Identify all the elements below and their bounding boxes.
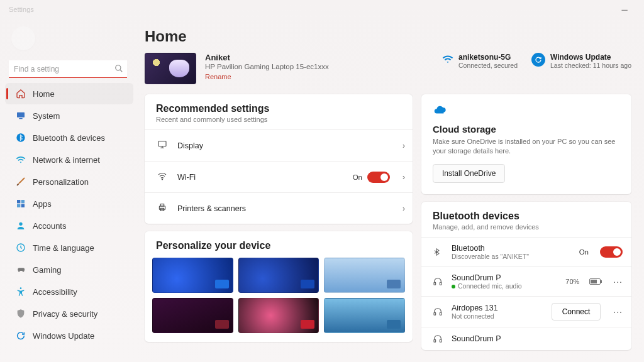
bt-device-airdopes[interactable]: Airdopes 131 Not connected Connect ··· bbox=[421, 296, 631, 327]
brush-icon bbox=[15, 176, 26, 187]
svg-point-13 bbox=[162, 179, 162, 180]
account-header[interactable] bbox=[5, 21, 133, 58]
bluetooth-toggle[interactable] bbox=[600, 246, 623, 258]
bluetooth-icon bbox=[433, 246, 444, 258]
svg-rect-6 bbox=[21, 200, 25, 203]
gamepad-icon bbox=[15, 264, 26, 275]
bt-sub: Connected mic, audio bbox=[458, 282, 522, 290]
item-label: Printers & scanners bbox=[177, 204, 390, 213]
bluetooth-master[interactable]: Bluetooth Discoverable as "ANIKET" On bbox=[421, 237, 631, 266]
minimize-button[interactable]: ─ bbox=[610, 0, 639, 19]
device-name: Aniket bbox=[205, 53, 433, 63]
nav-personalization[interactable]: Personalization bbox=[5, 171, 133, 192]
update-icon bbox=[15, 330, 26, 341]
toggle-state: On bbox=[579, 248, 589, 256]
theme-option[interactable] bbox=[324, 298, 405, 333]
cloud-desc: Make sure OneDrive is installed on your … bbox=[433, 137, 620, 156]
update-name: Windows Update bbox=[550, 53, 631, 62]
bt-name: Bluetooth bbox=[452, 244, 572, 253]
nav-label: Network & internet bbox=[33, 155, 100, 165]
theme-option[interactable] bbox=[238, 298, 319, 333]
titlebar: Settings ─ bbox=[0, 0, 644, 19]
svg-rect-17 bbox=[434, 282, 436, 285]
bt-name: Airdopes 131 bbox=[452, 304, 544, 312]
home-icon bbox=[15, 88, 26, 99]
install-onedrive-button[interactable]: Install OneDrive bbox=[433, 164, 505, 183]
card-cloud: Cloud storage Make sure OneDrive is inst… bbox=[421, 94, 631, 194]
wifi-sub: Connected, secured bbox=[458, 62, 518, 69]
chevron-right-icon: › bbox=[402, 141, 405, 150]
wifi-icon bbox=[15, 154, 26, 165]
titlebar-left: Settings bbox=[5, 6, 34, 13]
wifi-name: aniketsonu-5G bbox=[458, 53, 518, 62]
search-input[interactable] bbox=[9, 60, 127, 78]
nav-label: Home bbox=[33, 89, 55, 99]
shield-icon bbox=[15, 308, 26, 319]
nav-label: Gaming bbox=[33, 265, 62, 275]
connect-button[interactable]: Connect bbox=[552, 303, 601, 321]
nav-accessibility[interactable]: Accessibility bbox=[5, 281, 133, 302]
clock-icon bbox=[15, 242, 26, 253]
theme-option[interactable] bbox=[324, 258, 405, 293]
nav-apps[interactable]: Apps bbox=[5, 193, 133, 214]
wifi-icon bbox=[442, 53, 453, 69]
nav-network[interactable]: Network & internet bbox=[5, 149, 133, 170]
svg-rect-5 bbox=[17, 200, 20, 203]
nav-gaming[interactable]: Gaming bbox=[5, 259, 133, 280]
wifi-toggle[interactable] bbox=[367, 172, 390, 183]
toggle-state: On bbox=[353, 173, 362, 181]
nav-label: Personalization bbox=[33, 177, 89, 187]
nav-label: Accounts bbox=[33, 221, 66, 231]
nav-accounts[interactable]: Accounts bbox=[5, 215, 133, 236]
bt-device-sounddrum[interactable]: SoundDrum P Connected mic, audio 70% ··· bbox=[421, 266, 631, 296]
nav-label: Time & language bbox=[33, 243, 94, 253]
device-model: HP Pavilion Gaming Laptop 15-ec1xxx bbox=[205, 63, 433, 70]
theme-option[interactable] bbox=[238, 258, 319, 293]
rename-link[interactable]: Rename bbox=[205, 73, 231, 80]
nav-label: Bluetooth & devices bbox=[33, 133, 105, 143]
item-label: Display bbox=[177, 141, 390, 150]
more-icon[interactable]: ··· bbox=[613, 307, 623, 317]
nav-home[interactable]: Home bbox=[5, 83, 133, 104]
device-info: Aniket HP Pavilion Gaming Laptop 15-ec1x… bbox=[205, 53, 433, 82]
person-icon bbox=[15, 220, 26, 231]
device-thumbnail[interactable] bbox=[145, 53, 196, 84]
nav-label: System bbox=[33, 111, 60, 121]
item-label: Wi-Fi bbox=[177, 173, 344, 182]
more-icon[interactable]: ··· bbox=[613, 277, 623, 287]
battery-percent: 70% bbox=[565, 278, 579, 285]
nav-label: Windows Update bbox=[33, 331, 94, 341]
svg-point-0 bbox=[116, 65, 121, 70]
nav-update[interactable]: Windows Update bbox=[5, 325, 133, 346]
cloud-icon bbox=[433, 107, 447, 119]
item-printers[interactable]: Printers & scanners › bbox=[145, 192, 413, 224]
svg-rect-20 bbox=[440, 312, 441, 315]
nav-label: Privacy & security bbox=[33, 309, 97, 319]
svg-rect-12 bbox=[158, 141, 166, 146]
svg-rect-2 bbox=[17, 112, 25, 118]
wifi-status[interactable]: aniketsonu-5G Connected, secured bbox=[442, 53, 518, 69]
app-label: Settings bbox=[9, 6, 34, 13]
nav-privacy[interactable]: Privacy & security bbox=[5, 303, 133, 324]
headphones-icon bbox=[433, 334, 444, 344]
svg-rect-14 bbox=[159, 206, 165, 209]
apps-icon bbox=[15, 198, 26, 209]
card-bluetooth: Bluetooth devices Manage, add, and remov… bbox=[421, 202, 631, 350]
battery-icon bbox=[589, 278, 601, 285]
item-display[interactable]: Display › bbox=[145, 129, 413, 161]
nav-bluetooth[interactable]: Bluetooth & devices bbox=[5, 127, 133, 148]
avatar bbox=[11, 26, 35, 50]
nav-system[interactable]: System bbox=[5, 105, 133, 126]
recommended-sub: Recent and commonly used settings bbox=[156, 116, 401, 123]
wifi-icon bbox=[156, 171, 169, 183]
bt-device-sounddrum-2[interactable]: SoundDrum P bbox=[421, 327, 631, 350]
svg-rect-21 bbox=[434, 339, 436, 342]
sidebar: Home System Bluetooth & devices Network … bbox=[0, 19, 133, 362]
item-wifi[interactable]: Wi-Fi On › bbox=[145, 161, 413, 192]
search-icon bbox=[114, 64, 123, 75]
nav-time[interactable]: Time & language bbox=[5, 237, 133, 258]
theme-option[interactable] bbox=[152, 258, 233, 293]
update-status[interactable]: Windows Update Last checked: 11 hours ag… bbox=[531, 53, 631, 69]
theme-option[interactable] bbox=[152, 298, 233, 333]
accessibility-icon bbox=[15, 286, 26, 297]
